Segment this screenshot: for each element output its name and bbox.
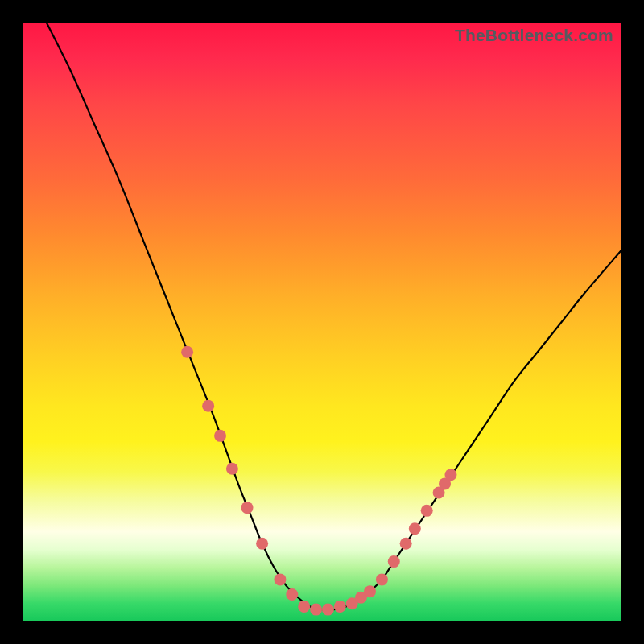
curve-marker xyxy=(298,601,310,613)
curve-marker xyxy=(433,487,445,499)
curve-marker xyxy=(226,463,238,475)
curve-marker xyxy=(181,346,193,358)
plot-area: TheBottleneck.com xyxy=(23,23,621,621)
bottleneck-curve xyxy=(47,23,621,610)
curve-marker xyxy=(334,601,346,613)
curve-layer xyxy=(23,23,621,621)
curve-marker xyxy=(202,400,214,412)
curve-marker xyxy=(346,597,358,609)
attribution-label: TheBottleneck.com xyxy=(455,26,613,45)
curve-marker xyxy=(409,522,421,535)
curve-marker xyxy=(439,477,451,489)
curve-marker xyxy=(286,588,298,601)
curve-marker xyxy=(355,592,367,604)
curve-marker xyxy=(421,505,433,517)
curve-marker xyxy=(322,604,334,616)
curve-marker xyxy=(364,585,376,597)
curve-marker xyxy=(400,538,412,550)
curve-marker xyxy=(242,502,254,514)
curve-marker xyxy=(376,573,388,585)
curve-marker xyxy=(444,469,456,481)
curve-marker xyxy=(256,538,268,550)
curve-marker xyxy=(274,573,286,585)
curve-marker xyxy=(214,430,226,442)
curve-marker xyxy=(310,604,322,616)
curve-marker xyxy=(388,555,400,568)
curve-markers xyxy=(181,346,456,616)
chart-frame: TheBottleneck.com xyxy=(0,0,644,644)
